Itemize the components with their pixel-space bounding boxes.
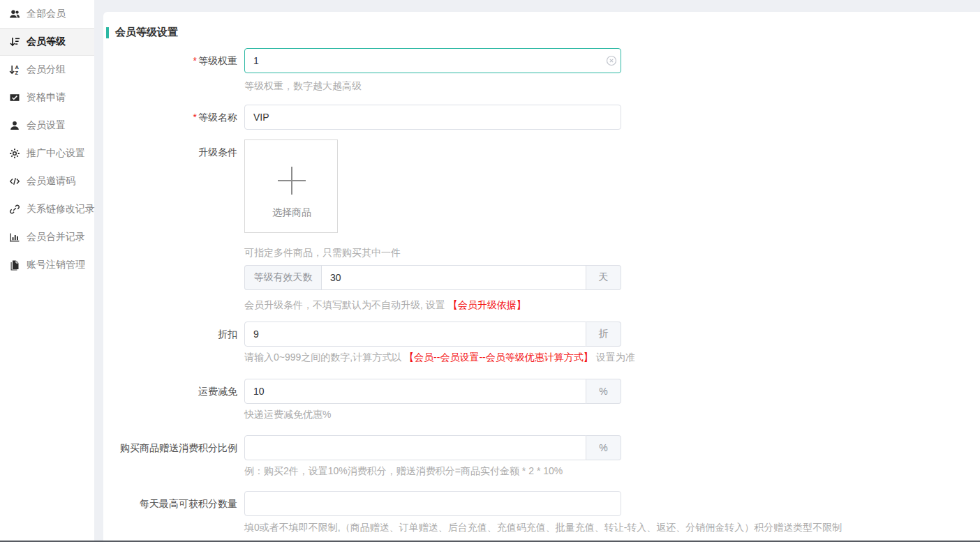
- sidebar-item-label: 关系链修改记录: [27, 203, 95, 216]
- valid-days-suffix: 天: [586, 265, 621, 290]
- approval-icon: [9, 92, 20, 103]
- content-card: 会员等级设置 *等级权重 等级权重，数字越大越高级 *等级名称 升级条件 选择商…: [103, 12, 980, 541]
- discount-help: 请输入0~999之间的数字,计算方式以 【会员--会员设置--会员等级优惠计算方…: [244, 352, 635, 363]
- link-icon: [9, 204, 20, 215]
- section-title: 会员等级设置: [106, 26, 178, 39]
- shipping-input[interactable]: [244, 379, 586, 404]
- select-product-upload[interactable]: 选择商品: [244, 139, 338, 233]
- users-icon: [9, 8, 20, 20]
- sidebar-item-label: 推广中心设置: [27, 147, 85, 160]
- shipping-suffix: %: [586, 379, 621, 404]
- sidebar-item-account-cancellation[interactable]: 账号注销管理: [0, 251, 94, 279]
- file-copy-icon: [9, 259, 20, 271]
- discount-label: 折扣: [103, 322, 237, 347]
- sidebar-item-label: 资格申请: [27, 91, 66, 104]
- level-weight-input[interactable]: [244, 48, 621, 73]
- upgrade-basis-link[interactable]: 【会员升级依据】: [448, 299, 526, 310]
- sidebar-item-promotion-center[interactable]: 推广中心设置: [0, 139, 94, 167]
- sidebar-item-merge-log[interactable]: 会员合并记录: [0, 223, 94, 251]
- bar-chart-icon: [9, 232, 20, 243]
- required-mark: *: [193, 112, 197, 123]
- upgrade-condition-label: 升级条件: [103, 139, 237, 165]
- discount-suffix: 折: [586, 322, 621, 347]
- clear-input-icon[interactable]: [606, 55, 617, 66]
- select-product-label: 选择商品: [245, 206, 339, 219]
- page-title: 会员等级设置: [115, 26, 178, 39]
- gear-icon: [9, 148, 20, 159]
- required-mark: *: [193, 55, 197, 66]
- discount-calc-link[interactable]: 【会员--会员设置--会员等级优惠计算方式】: [404, 352, 593, 363]
- sort-amount-icon: [9, 36, 20, 47]
- upgrade-condition-help: 可指定多件商品，只需购买其中一件: [244, 248, 401, 258]
- title-accent-bar: [106, 27, 109, 38]
- shipping-help: 快递运费减免优惠%: [244, 409, 331, 420]
- valid-days-input[interactable]: [321, 265, 586, 290]
- plus-icon: [278, 167, 306, 195]
- sidebar-item-label: 会员设置: [27, 119, 66, 132]
- sidebar-item-member-level[interactable]: 会员等级: [0, 28, 94, 56]
- sidebar-item-invite-code[interactable]: 会员邀请码: [0, 167, 94, 195]
- points-ratio-help: 例：购买2件，设置10%消费积分，赠送消费积分=商品实付金额 * 2 * 10%: [244, 466, 563, 476]
- upgrade-rule-help: 会员升级条件，不填写默认为不自动升级, 设置 【会员升级依据】: [244, 300, 526, 310]
- shipping-label: 运费减免: [103, 379, 237, 404]
- daily-points-cap-label: 每天最高可获积分数量: [103, 491, 237, 516]
- sidebar-item-label: 会员邀请码: [27, 175, 75, 188]
- level-weight-label: *等级权重: [103, 48, 237, 73]
- daily-points-cap-help: 填0或者不填即不限制,（商品赠送、订单赠送、后台充值、充值码充值、批量充值、转让…: [244, 522, 842, 533]
- level-weight-help: 等级权重，数字越大越高级: [244, 81, 362, 91]
- sidebar-item-label: 全部会员: [27, 8, 66, 20]
- discount-input[interactable]: [244, 322, 586, 347]
- level-name-label: *等级名称: [103, 105, 237, 130]
- daily-points-cap-input[interactable]: [244, 491, 621, 516]
- svg-text:Z: Z: [15, 70, 19, 75]
- page: 全部会员 会员等级 AZ 会员分组 资格申请 会员设置: [0, 0, 980, 544]
- points-ratio-label: 购买商品赠送消费积分比例: [103, 435, 237, 460]
- points-ratio-suffix: %: [586, 435, 621, 460]
- sidebar-item-qualification[interactable]: 资格申请: [0, 84, 94, 112]
- sidebar-item-member-settings[interactable]: 会员设置: [0, 112, 94, 139]
- sidebar-item-all-members[interactable]: 全部会员: [0, 0, 94, 28]
- code-icon: [9, 176, 20, 187]
- sidebar-item-label: 会员等级: [27, 36, 66, 48]
- sidebar: 全部会员 会员等级 AZ 会员分组 资格申请 会员设置: [0, 0, 94, 541]
- sidebar-item-relation-log[interactable]: 关系链修改记录: [0, 195, 94, 223]
- sidebar-item-member-group[interactable]: AZ 会员分组: [0, 56, 94, 84]
- sort-alpha-icon: AZ: [9, 64, 20, 75]
- level-name-input[interactable]: [244, 105, 621, 130]
- points-ratio-input[interactable]: [244, 435, 586, 460]
- user-icon: [9, 120, 20, 131]
- valid-days-prefix: 等级有效天数: [244, 265, 321, 290]
- sidebar-item-label: 账号注销管理: [27, 259, 85, 271]
- sidebar-item-label: 会员合并记录: [27, 231, 85, 243]
- sidebar-item-label: 会员分组: [27, 63, 66, 76]
